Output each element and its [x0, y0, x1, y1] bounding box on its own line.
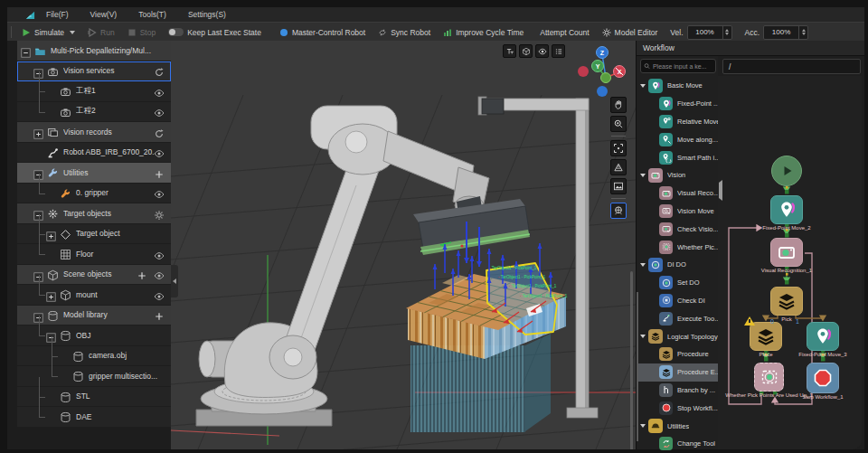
- chevron-down-icon[interactable]: [640, 84, 646, 88]
- panel-collapse-handle[interactable]: [719, 183, 722, 199]
- graph-node-fixed-point-move-2[interactable]: [770, 195, 803, 224]
- master-control-robot-button[interactable]: Master-Control Robot: [273, 28, 372, 37]
- plus-icon[interactable]: [137, 269, 147, 279]
- chevron-down-icon[interactable]: [640, 424, 646, 428]
- tree-row-robot-abb-irb-6700-20-[interactable]: Robot ABB_IRB_6700_20...: [17, 143, 171, 164]
- acc-up-button[interactable]: [802, 29, 806, 32]
- pan-button[interactable]: [610, 97, 627, 113]
- visibility-button[interactable]: [535, 44, 549, 58]
- expand-box-icon[interactable]: [33, 127, 43, 137]
- run-button[interactable]: Run: [81, 28, 121, 37]
- library-item-move-along-[interactable]: Move along...: [637, 130, 718, 148]
- eye-icon[interactable]: [154, 106, 165, 117]
- library-item-vision-move[interactable]: Vision Move: [637, 203, 718, 221]
- attempt-count-button[interactable]: Attempt Count: [533, 28, 595, 37]
- stop-button[interactable]: Stop: [121, 28, 163, 37]
- gear-icon[interactable]: [154, 208, 165, 219]
- eye-icon[interactable]: [154, 249, 165, 260]
- simulate-button[interactable]: Simulate: [15, 28, 81, 37]
- axis-gizmo[interactable]: Z Y X: [569, 45, 632, 101]
- library-item-procedure-e-[interactable]: Procedure E...: [637, 363, 718, 382]
- tree-row-obj[interactable]: OBJ: [17, 326, 171, 346]
- acc-spinbox[interactable]: 100%: [763, 25, 808, 40]
- frustum-view-button[interactable]: [610, 159, 627, 175]
- library-item-execute-too-[interactable]: Execute Too...: [637, 309, 718, 327]
- menu-item-file[interactable]: File(F): [35, 10, 80, 19]
- eye-icon[interactable]: [154, 146, 165, 157]
- library-item-set-do[interactable]: Set DO: [637, 274, 718, 292]
- library-group-di-do[interactable]: DI DO: [637, 256, 718, 274]
- display-list-button[interactable]: [552, 44, 565, 58]
- menu-item-settings[interactable]: Settings(S): [177, 10, 237, 19]
- graph-node-visual-recognition-1[interactable]: [770, 238, 803, 267]
- library-group-utilities[interactable]: Utilities: [637, 417, 718, 435]
- keep-last-exec-state-toggle[interactable]: Keep Last Exec State: [162, 28, 268, 37]
- library-item-branch-by-[interactable]: Branch by ...: [637, 382, 718, 400]
- menu-item-tools[interactable]: Tools(T): [127, 10, 177, 19]
- model-editor-button[interactable]: Model Editor: [596, 28, 665, 37]
- viewport-scrollbar[interactable]: [630, 271, 633, 449]
- tree-row-0-gripper[interactable]: 0. gripper: [17, 184, 171, 204]
- library-group-basic-move[interactable]: Basic Move: [637, 77, 718, 95]
- library-item-visual-reco-[interactable]: Visual Reco...: [637, 184, 718, 203]
- chevron-down-icon[interactable]: [640, 263, 646, 267]
- library-item-fixed-point-[interactable]: Fixed-Point ...: [637, 95, 718, 113]
- eye-icon[interactable]: [154, 187, 165, 198]
- expand-box-icon[interactable]: [46, 229, 56, 239]
- chevron-down-icon[interactable]: [640, 335, 646, 338]
- library-item-check-di[interactable]: Check DI: [637, 292, 718, 310]
- fit-view-button[interactable]: [610, 140, 627, 156]
- node-search-box[interactable]: [640, 59, 716, 73]
- library-item-relative-move[interactable]: Relative Move: [637, 113, 718, 131]
- vel-down-button[interactable]: [725, 33, 729, 35]
- menu-item-view[interactable]: View(V): [80, 10, 128, 19]
- projection-button[interactable]: [610, 203, 627, 219]
- sync-robot-button[interactable]: Sync Robot: [372, 28, 437, 37]
- tree-row-vision-records[interactable]: Vision records: [17, 122, 171, 143]
- eye-icon[interactable]: [154, 269, 165, 279]
- sidebar-collapse-handle[interactable]: [171, 265, 178, 297]
- chevron-down-icon[interactable]: [640, 174, 646, 177]
- viewport-3d[interactable]: Z Y X - TarObject1 - PickPoint_1- TarObj…: [171, 41, 636, 449]
- collapse-box-icon[interactable]: [21, 45, 31, 55]
- library-item-stop-workfl-[interactable]: Stop Workfl...: [637, 399, 718, 417]
- graph-node-fixed-point-move-3[interactable]: [807, 322, 839, 351]
- library-item-whether-pic-[interactable]: Whether Pic...: [637, 238, 718, 256]
- improve-cycle-time-button[interactable]: Improve Cycle Time: [437, 28, 530, 37]
- zoom-button[interactable]: [610, 116, 627, 132]
- tree-row-dae[interactable]: DAE: [17, 407, 171, 428]
- graph-node-stop-workflow-1[interactable]: [807, 363, 839, 393]
- tree-row-mount[interactable]: mount: [17, 285, 171, 306]
- text-annotation-button[interactable]: [503, 44, 516, 58]
- graph-node-whether-pick-points-are-used[interactable]: [754, 363, 784, 392]
- graph-node-place[interactable]: [750, 322, 782, 351]
- library-item-procedure[interactable]: Procedure: [637, 345, 718, 363]
- graph-breadcrumb[interactable]: /: [722, 59, 861, 74]
- snapshot-button[interactable]: [610, 178, 627, 194]
- eye-icon[interactable]: [154, 289, 165, 300]
- vel-spinbox[interactable]: 100%: [687, 25, 732, 40]
- search-input[interactable]: [653, 63, 712, 70]
- library-group-vision[interactable]: Vision: [637, 166, 718, 184]
- plus-icon[interactable]: [154, 167, 165, 178]
- acc-down-button[interactable]: [802, 33, 806, 35]
- tree-row-multi-pick-depalletizing[interactable]: Multi-Pick Depalletizing/Mul...: [17, 41, 171, 61]
- expand-box-icon[interactable]: [46, 289, 56, 299]
- plus-icon[interactable]: [154, 309, 165, 320]
- tree-row-camera-obj[interactable]: camera.obj: [17, 346, 171, 367]
- library-scrollbar[interactable]: [637, 292, 638, 441]
- refresh-icon[interactable]: [154, 127, 165, 137]
- workflow-graph-canvas[interactable]: Fixed-Point Move_2Visual Recognition_1Pi…: [718, 76, 862, 449]
- library-group-logical-topology[interactable]: Logical Topology: [637, 327, 718, 345]
- tree-row--2[interactable]: 工程2: [17, 102, 171, 123]
- library-item-check-visio-[interactable]: Check Visio...: [637, 220, 718, 238]
- toggle-switch-icon[interactable]: [168, 28, 184, 36]
- eye-icon[interactable]: [154, 86, 165, 97]
- graph-node-pick[interactable]: [770, 287, 803, 316]
- wireframe-button[interactable]: [519, 44, 533, 58]
- tree-row-floor[interactable]: Floor: [17, 244, 171, 265]
- library-item-change-tool[interactable]: Change Tool: [637, 435, 718, 453]
- refresh-icon[interactable]: [154, 65, 165, 76]
- simulate-dropdown-caret[interactable]: [70, 31, 75, 34]
- graph-node-start[interactable]: [771, 156, 802, 186]
